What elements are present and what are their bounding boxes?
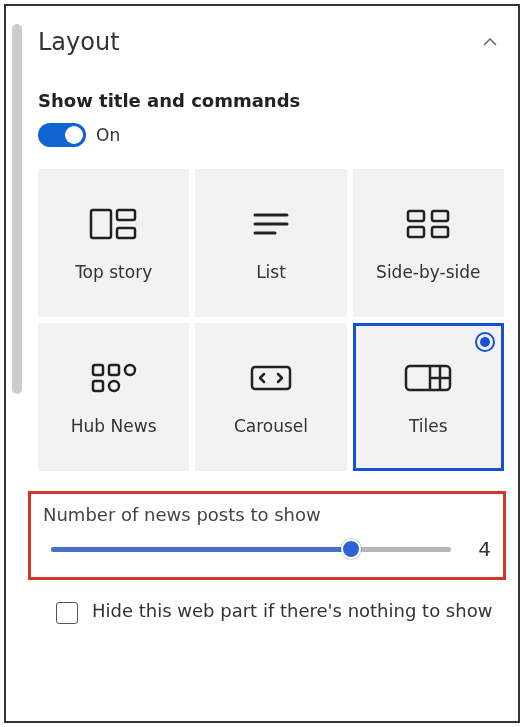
layout-grid: Top story List	[38, 169, 504, 471]
svg-rect-10	[93, 365, 103, 375]
toggle-knob	[65, 126, 83, 144]
svg-rect-9	[432, 227, 448, 237]
toggle-heading: Show title and commands	[38, 90, 504, 111]
svg-point-12	[125, 365, 135, 375]
layout-label: Hub News	[71, 416, 157, 436]
carousel-icon	[248, 358, 294, 398]
layout-label: List	[256, 262, 286, 282]
svg-rect-1	[117, 210, 135, 220]
side-by-side-icon	[406, 204, 450, 244]
svg-rect-6	[408, 211, 424, 221]
layout-option-list[interactable]: List	[195, 169, 346, 317]
top-story-icon	[89, 204, 139, 244]
radio-selected-icon	[475, 332, 495, 352]
svg-rect-2	[117, 228, 135, 238]
slider-thumb[interactable]	[341, 539, 361, 559]
svg-rect-0	[91, 210, 111, 238]
toggle-value-label: On	[96, 125, 120, 145]
layout-option-top-story[interactable]: Top story	[38, 169, 189, 317]
svg-rect-7	[432, 211, 448, 221]
layout-label: Carousel	[234, 416, 308, 436]
slider-track	[51, 547, 451, 552]
scrollbar[interactable]	[12, 24, 22, 394]
section-title: Layout	[38, 28, 120, 56]
layout-option-side-by-side[interactable]: Side-by-side	[353, 169, 504, 317]
layout-label: Tiles	[409, 416, 448, 436]
layout-option-hub-news[interactable]: Hub News	[38, 323, 189, 471]
layout-label: Top story	[75, 262, 152, 282]
hub-news-icon	[91, 358, 137, 398]
highlight-annotation: Number of news posts to show 4	[28, 491, 506, 580]
svg-point-14	[109, 381, 119, 391]
chevron-up-icon	[482, 34, 498, 50]
layout-option-carousel[interactable]: Carousel	[195, 323, 346, 471]
svg-rect-8	[408, 227, 424, 237]
svg-rect-11	[109, 365, 119, 375]
list-icon	[251, 204, 291, 244]
section-header[interactable]: Layout	[38, 28, 504, 56]
slider-value: 4	[471, 537, 491, 561]
show-title-toggle[interactable]	[38, 123, 86, 147]
slider-label: Number of news posts to show	[43, 504, 491, 525]
layout-label: Side-by-side	[376, 262, 480, 282]
checkbox-label: Hide this web part if there's nothing to…	[92, 598, 492, 623]
svg-rect-13	[93, 381, 103, 391]
tiles-icon	[404, 358, 452, 398]
svg-rect-15	[252, 367, 290, 389]
slider-fill	[51, 547, 351, 552]
layout-option-tiles[interactable]: Tiles	[353, 323, 504, 471]
hide-webpart-checkbox[interactable]	[56, 602, 78, 624]
posts-count-slider[interactable]	[51, 539, 451, 559]
